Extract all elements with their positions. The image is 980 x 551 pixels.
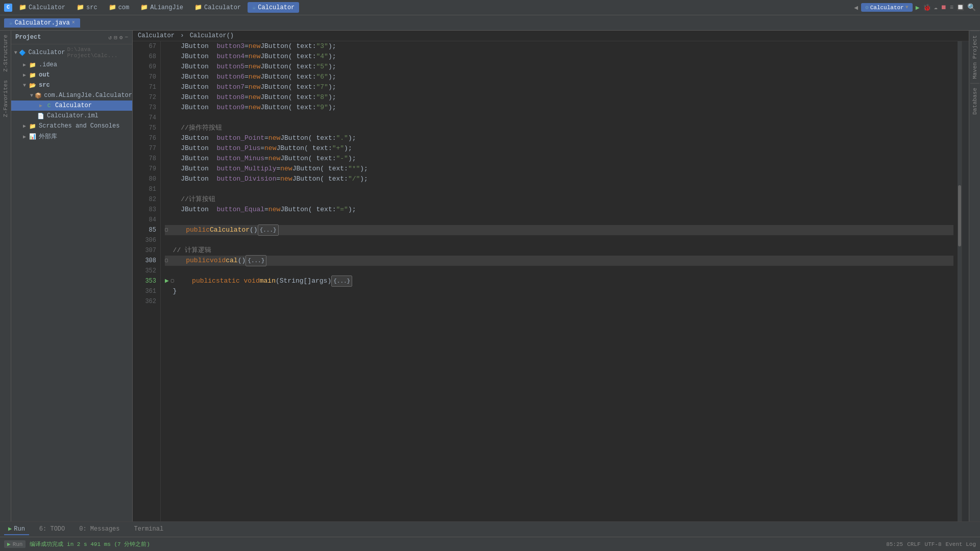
file-icon: 📄	[37, 112, 45, 120]
status-line-sep[interactable]: CRLF	[907, 541, 920, 547]
tree-item-label: out	[39, 71, 50, 79]
project-icon: 🔷	[19, 48, 26, 57]
sidebar-tools: ↺ ⊟ ⚙ −	[109, 34, 128, 41]
tree-item-calculator-class[interactable]: ▶ C Calculator	[11, 101, 132, 111]
debug-button[interactable]: 🐞	[923, 4, 931, 12]
line-sep-text: CRLF	[907, 541, 920, 547]
code-line-73: JButton button9= new JButton( text: "9")…	[165, 103, 953, 113]
tab-calculator-root[interactable]: 📁 Calculator	[14, 2, 70, 13]
todo-tab-label: 6: TODO	[39, 525, 65, 533]
status-position[interactable]: 85:25	[886, 541, 903, 547]
status-bar: ▶ Run 编译成功完成 in 2 s 491 ms (7 分钟之前) 85:2…	[0, 537, 980, 551]
nav-back-icon[interactable]: ◀	[854, 4, 858, 12]
tab-calculator-file[interactable]: ☕ Calculator	[248, 2, 299, 13]
code-line-79: JButton button_Multiply=new JButton( tex…	[165, 164, 953, 174]
code-line-81	[165, 184, 953, 194]
tree-item-package[interactable]: ▼ 📦 com.ALiangJie.Calculator	[11, 90, 132, 101]
code-line-70: JButton button6= new JButton( text: "6")…	[165, 72, 953, 82]
code-line-80: JButton button_Division=new JButton( tex…	[165, 174, 953, 184]
collapse-all-icon[interactable]: ⊟	[114, 34, 117, 41]
code-line-84	[165, 215, 953, 225]
bottom-panel-tabs: ▶ Run 6: TODO 0: Messages Terminal	[0, 521, 980, 537]
coverage-icon[interactable]: ☁	[934, 4, 938, 11]
code-line-78: JButton button_Minus=new JButton( text: …	[165, 154, 953, 164]
status-encoding[interactable]: UTF-8	[925, 541, 942, 547]
minimize-icon[interactable]: −	[125, 34, 128, 41]
status-msg-text: 编译成功完成 in 2 s 491 ms (7 分钟之前)	[30, 540, 150, 548]
code-editor[interactable]: 67 68 69 70 71 72 73 74 75 76 77 78 79 8…	[133, 41, 969, 521]
settings-icon[interactable]: ⚙	[119, 34, 123, 41]
collapsed-block-constructor[interactable]: {...}	[258, 224, 279, 236]
run-gutter-icon[interactable]: ▶	[165, 276, 169, 286]
status-run-btn[interactable]: ▶ Run	[4, 540, 26, 548]
code-line-306	[165, 235, 953, 245]
code-lines[interactable]: JButton button3= new JButton( text: "3")…	[161, 41, 958, 521]
tree-item-scratches[interactable]: ▶ 📁 Scratches and Consoles	[11, 121, 132, 131]
code-line-353: ▶ ▢ public static void main(String[] arg…	[165, 276, 953, 286]
tree-item-label: Calculator.iml	[47, 112, 99, 119]
tree-item-iml[interactable]: 📄 Calculator.iml	[11, 111, 132, 121]
run-tab-label: Run	[14, 525, 25, 533]
tab-label: ALiangJie	[150, 4, 183, 11]
breadcrumb: Calculator › Calculator()	[133, 31, 969, 41]
left-vertical-tabs: Z-Structure Z-Favorites	[0, 31, 11, 521]
code-line-67: JButton button3= new JButton( text: "3")…	[165, 41, 953, 52]
tab-src[interactable]: 📁 src	[72, 2, 102, 13]
tab-com[interactable]: 📁 com	[104, 2, 134, 13]
tree-item-path: D:\Java Project\Calc...	[67, 46, 132, 59]
stop-button[interactable]: ⏹	[941, 4, 947, 11]
bottom-tab-messages[interactable]: 0: Messages	[75, 524, 124, 535]
collapsed-block-cal[interactable]: {...}	[246, 255, 266, 266]
terminal-tab-label: Terminal	[134, 525, 163, 533]
search-everywhere-icon[interactable]: 🔍	[967, 3, 976, 12]
code-line-71: JButton button7= new JButton( text: "7")…	[165, 82, 953, 92]
vertical-scrollbar[interactable]	[958, 41, 962, 521]
tab-calculator-pkg[interactable]: 📁 Calculator	[190, 2, 246, 13]
tree-item-calculator-root[interactable]: ▼ 🔷 Calculator D:\Java Project\Calc...	[11, 45, 132, 60]
left-vtab-structure[interactable]: Z-Structure	[1, 31, 10, 76]
file-tab-calculator[interactable]: ☕ Calculator.java ×	[4, 18, 80, 28]
tree-item-label: Scratches and Consoles	[39, 122, 119, 130]
encoding-text: UTF-8	[925, 541, 942, 547]
expand-arrow: ▼	[12, 50, 19, 56]
expand-arrow: ▼	[20, 83, 29, 88]
collapsed-block-main[interactable]: {...}	[331, 276, 352, 287]
fold-marker-308[interactable]: ▢	[165, 256, 168, 266]
close-tab-icon[interactable]: ×	[72, 20, 75, 26]
messages-tab-label: 0: Messages	[79, 525, 119, 533]
code-line-72: JButton button8= new JButton( text: "8")…	[165, 92, 953, 103]
tab-aliangjie[interactable]: 📁 ALiangJie	[136, 2, 188, 13]
sync-icon[interactable]: ↺	[109, 34, 112, 41]
scroll-thumb[interactable]	[958, 185, 961, 246]
right-tab-maven[interactable]: Maven Project	[970, 31, 979, 83]
tree-item-external-libs[interactable]: ▶ 📊 外部库	[11, 131, 132, 142]
tab-label: Calculator	[29, 4, 65, 11]
fold-marker-353[interactable]: ▢	[171, 276, 174, 286]
left-vtab-favorites[interactable]: Z-Favorites	[1, 76, 10, 121]
tree-item-out[interactable]: ▶ 📁 out	[11, 70, 132, 80]
breadcrumb-part1: Calculator	[138, 32, 175, 39]
sidebar-header: Project ↺ ⊟ ⚙ −	[11, 31, 132, 44]
status-event-log[interactable]: Event Log	[946, 541, 976, 547]
tree-item-src[interactable]: ▼ 📂 src	[11, 80, 132, 90]
folder-icon: 📁	[29, 61, 37, 69]
run-config-btn[interactable]: ⚙ Calculator ▼	[861, 3, 913, 12]
package-icon: 📦	[35, 91, 42, 99]
bottom-tab-run[interactable]: ▶ Run	[4, 523, 29, 535]
code-line-74	[165, 113, 953, 123]
more-icon[interactable]: ≡	[950, 4, 953, 11]
right-tab-database[interactable]: Database	[970, 83, 979, 119]
file-tab-label: Calculator.java	[15, 19, 70, 27]
fold-marker-85[interactable]: ▢	[165, 225, 168, 235]
code-line-77: JButton button_Plus=new JButton( text: "…	[165, 143, 953, 154]
bottom-tab-todo[interactable]: 6: TODO	[35, 524, 69, 535]
run-tab-icon: ▶	[8, 525, 12, 533]
run-button[interactable]: ▶	[916, 4, 920, 12]
expand-arrow: ▶	[20, 134, 29, 140]
expand-arrow: ▶	[37, 103, 45, 109]
position-text: 85:25	[886, 541, 903, 547]
bottom-tab-terminal[interactable]: Terminal	[130, 524, 167, 535]
window-btn[interactable]: 🔲	[957, 4, 964, 11]
tree-item-idea[interactable]: ▶ 📁 .idea	[11, 60, 132, 70]
breadcrumb-separator: ›	[180, 32, 184, 39]
